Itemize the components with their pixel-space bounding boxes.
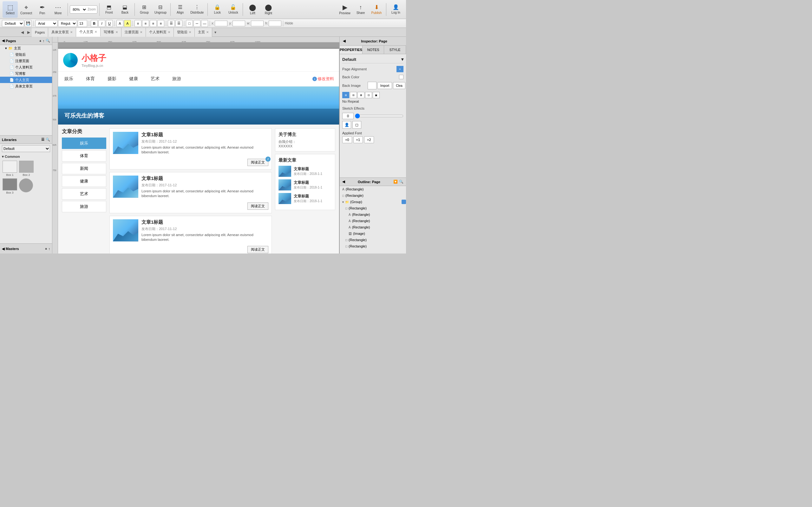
tab-style[interactable]: STYLE [384,46,406,54]
lib-box-1[interactable]: Box 1 [3,161,17,176]
weight-select[interactable]: Regular [58,20,77,27]
outline-filter-btn[interactable]: 🔽 [393,180,398,184]
canvas-area[interactable]: 0 125 250 375 500 625 750 875 1000 125 2… [52,37,339,253]
tab-close-personal[interactable]: ✕ [95,30,97,34]
sketch-icon-shape[interactable]: ◻ [352,121,361,129]
tab-nav-right[interactable]: ▶ [26,28,32,37]
tab-notes[interactable]: NOTES [362,46,385,54]
align-center-btn[interactable]: ≡ [142,20,149,27]
italic-btn[interactable]: I [98,20,105,27]
sketch-value-input[interactable] [342,113,354,119]
bg-color-btn[interactable]: A [124,20,131,27]
distribute-btn[interactable]: ⋮ Distribute [189,1,206,18]
masters-import-btn[interactable]: ↑ [49,247,50,250]
zoom-select[interactable]: 80%100%50% [71,7,87,12]
lib-box-3[interactable]: Box 3 [3,178,17,194]
tab-close-login[interactable]: ✕ [189,31,191,34]
tab-close-blog[interactable]: ✕ [115,31,118,34]
save-style-btn[interactable]: 💾 [25,20,32,27]
outline-item-g5[interactable]: □ (Rectangle) [340,237,406,243]
tab-profile[interactable]: 个人资料页 ✕ [146,28,174,37]
nav-photography[interactable]: 摄影 [101,74,123,83]
page-tree-denglu[interactable]: 📄 登陆后 [0,51,52,58]
publish-btn[interactable]: ⬇ Publish [369,1,384,18]
masters-add-btn[interactable]: + [45,247,47,250]
cat-health[interactable]: 健康 [62,176,106,187]
justify-btn[interactable]: ≡ [157,20,164,27]
style-select[interactable]: Default [2,20,24,27]
tab-close-main[interactable]: ✕ [206,31,209,34]
section-collapse-btn[interactable]: ▾ [401,57,403,62]
outline-item-1[interactable]: □ (Rectangle) [340,192,406,199]
align-left-btn[interactable]: ≡ [135,20,142,27]
page-tree-register[interactable]: 📄 注册页面 [0,58,52,64]
tab-main[interactable]: 主页 ✕ [195,28,212,37]
import-image-btn[interactable]: Import [377,82,392,89]
share-btn[interactable]: ↑ Share [353,1,368,18]
x-input[interactable] [215,20,227,26]
border-style-btn[interactable]: ─ [194,20,200,27]
back-btn[interactable]: ⬓ Back [117,1,133,18]
ungroup-btn[interactable]: ⊟ Ungroup [153,1,168,18]
right-align-btn[interactable]: ⬤ Right [261,1,276,18]
more-tool[interactable]: ⋯ More [50,1,66,18]
outline-search-btn[interactable]: 🔍 [399,180,403,184]
outline-item-g4[interactable]: A (Rectangle) [340,224,406,230]
nav-sports[interactable]: 体育 [80,74,101,83]
w-input[interactable] [251,20,264,26]
tab-login[interactable]: 登陆后 ✕ [174,28,195,37]
font-size-btn-0[interactable]: +0 [342,136,352,143]
y-input[interactable] [233,20,245,26]
cat-art[interactable]: 艺术 [62,188,106,200]
outline-item-image[interactable]: 🖼 (Image) [340,230,406,237]
cat-sports[interactable]: 体育 [62,150,106,162]
outline-item-g6[interactable]: □ (Rectangle) [340,243,406,249]
zoom-control[interactable]: 80%100%50% Zoom [70,5,97,14]
library-select[interactable]: Default [2,145,50,152]
tab-properties[interactable]: PROPERTIES [340,46,362,54]
ordered-list-btn[interactable]: ☰ [175,20,183,27]
cat-travel[interactable]: 旅游 [62,201,106,212]
outline-nav-back[interactable]: ◀ [342,180,345,184]
libraries-menu-btn[interactable]: ☰ [41,137,44,142]
outline-item-g2[interactable]: A (Rectangle) [340,211,406,218]
cat-entertainment[interactable]: 娱乐 [62,137,106,149]
align-btn[interactable]: ☰ Align [172,1,188,18]
tab-blog[interactable]: 写博客 ✕ [101,28,121,37]
font-select[interactable]: Arial [35,20,57,27]
edit-profile-btn[interactable]: 1 修改资料 [307,74,339,83]
lock-btn[interactable]: 🔒 Lock [210,1,225,18]
font-color-btn[interactable]: A [116,20,123,27]
tab-nav-left[interactable]: ◀ [19,28,26,37]
unlock-btn[interactable]: 🔓 Unlock [225,1,241,18]
img-mode-tile[interactable]: ⊠ [357,92,364,98]
outline-item-0[interactable]: A (Rectangle) [340,186,406,192]
back-color-checkbox[interactable] [399,75,403,79]
pages-add-btn[interactable]: + [39,39,41,43]
group-btn[interactable]: ⊞ Group [137,1,152,18]
align-left-page-btn[interactable]: ≡ [397,66,403,72]
read-more-btn-3[interactable]: 阅读正文 [247,246,268,253]
libraries-search-btn[interactable]: 🔍 [46,137,50,142]
tab-register[interactable]: 注册页面 ✕ [121,28,146,37]
border-weight-btn[interactable]: — [201,20,208,27]
img-mode-fill[interactable]: ▣ [373,92,380,98]
font-size-input[interactable] [78,20,87,27]
tab-close-register[interactable]: ✕ [140,31,142,34]
masters-nav[interactable]: ◀ [2,247,4,251]
read-more-btn-1[interactable]: 阅读正文 2 [247,159,268,166]
select-tool[interactable]: ⬚ Select [3,1,18,18]
cat-news[interactable]: 新闻 [62,163,106,174]
read-more-btn-2[interactable]: 阅读正文 [247,203,268,210]
preview-btn[interactable]: ▶ Preview [337,1,352,18]
img-mode-stretch[interactable]: ⊟ [350,92,357,98]
front-btn[interactable]: ⬒ Front [101,1,117,18]
inspector-nav-back[interactable]: ◀ [343,39,345,43]
tab-close-profile[interactable]: ✕ [168,31,170,34]
nav-health[interactable]: 健康 [123,74,144,83]
sketch-icon-person[interactable]: 👤 [342,121,351,129]
outline-item-group[interactable]: ▾ 📁 (Group) [340,199,406,205]
pages-import-btn[interactable]: ↑ [43,39,45,43]
tab-pages[interactable]: Pages [32,28,48,37]
outline-item-g3[interactable]: A (Rectangle) [340,218,406,224]
